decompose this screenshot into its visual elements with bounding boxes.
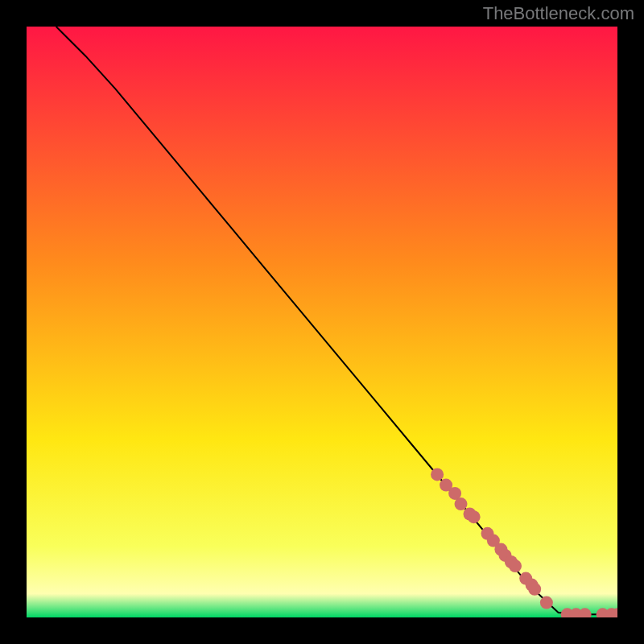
data-dot — [528, 583, 541, 596]
data-dot — [455, 497, 468, 510]
data-dot — [468, 510, 481, 523]
chart-plot — [27, 27, 617, 617]
data-dot — [540, 597, 553, 609]
data-dot — [509, 559, 522, 572]
chart-svg — [27, 27, 617, 617]
chart-frame: TheBottleneck.com — [0, 0, 644, 644]
attribution-text: TheBottleneck.com — [483, 3, 634, 24]
gradient-background — [27, 27, 617, 617]
data-dot — [431, 468, 444, 481]
